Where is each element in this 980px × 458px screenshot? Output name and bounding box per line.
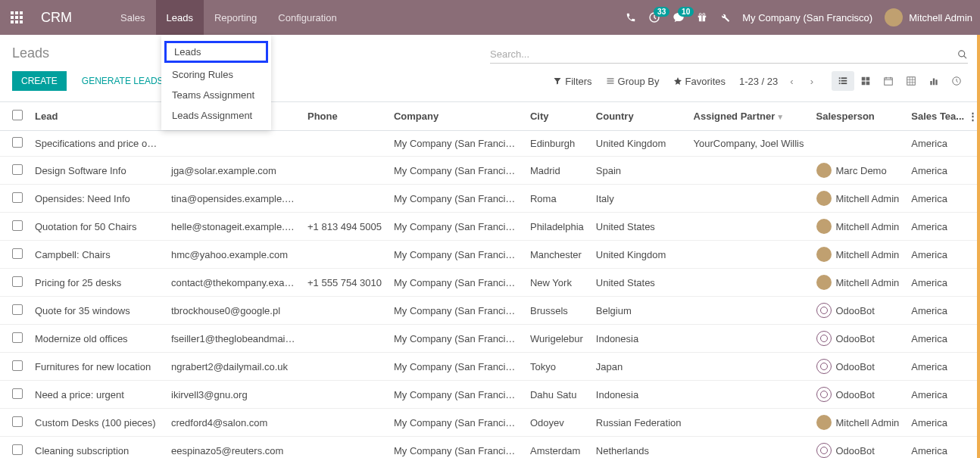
table-row[interactable]: Furnitures for new locationngrabert2@dai…: [0, 353, 980, 381]
search-box[interactable]: [490, 45, 968, 64]
table-row[interactable]: Cleaning subscriptioneespinazo5@reuters.…: [0, 437, 980, 459]
cell-phone: [301, 131, 388, 157]
apps-icon: [11, 11, 23, 23]
nav-reporting[interactable]: Reporting: [204, 0, 267, 35]
col-lead[interactable]: Lead: [29, 102, 165, 131]
col-phone[interactable]: Phone: [301, 102, 388, 131]
generate-leads-button[interactable]: GENERATE LEADS: [73, 71, 173, 91]
cell-phone: [301, 353, 388, 381]
row-checkbox[interactable]: [12, 388, 23, 399]
nav-sales[interactable]: Sales: [110, 0, 156, 35]
table-row[interactable]: Campbell: Chairshmc@yahoo.example.comMy …: [0, 241, 980, 269]
dropdown-teams-assignment[interactable]: Teams Assignment: [161, 85, 271, 105]
pager-next[interactable]: ›: [806, 74, 818, 89]
messages-button[interactable]: 10: [673, 11, 685, 23]
view-kanban[interactable]: [854, 71, 877, 91]
cell-city: Philadelphia: [524, 213, 590, 241]
company-selector[interactable]: My Company (San Francisco): [742, 12, 872, 23]
nav-leads[interactable]: Leads: [156, 0, 204, 35]
cell-lead: Design Software Info: [29, 157, 165, 185]
table-row[interactable]: Opensides: Need Infotina@opensides.examp…: [0, 185, 980, 213]
favorites-button[interactable]: Favorites: [673, 76, 726, 87]
row-checkbox[interactable]: [12, 220, 23, 231]
svg-rect-12: [702, 16, 703, 22]
table-row[interactable]: Specifications and price of y...My Compa…: [0, 131, 980, 157]
row-checkbox[interactable]: [12, 192, 23, 203]
col-country[interactable]: Country: [590, 102, 688, 131]
row-checkbox[interactable]: [12, 248, 23, 259]
brand[interactable]: CRM: [41, 10, 72, 26]
svg-rect-2: [20, 11, 23, 14]
row-checkbox[interactable]: [12, 332, 23, 343]
nav-menu: Sales Leads Reporting Configuration: [110, 0, 348, 35]
table-row[interactable]: Design Software Infojga@solar.example.co…: [0, 157, 980, 185]
view-pivot[interactable]: [900, 71, 922, 91]
col-salesperson[interactable]: Salesperson: [810, 102, 906, 131]
group-by-button[interactable]: Group By: [606, 76, 660, 87]
cell-email: fseiller1@theglobeandmail....: [165, 325, 301, 353]
svg-rect-18: [607, 81, 613, 82]
tools-button[interactable]: [719, 12, 730, 23]
table-row[interactable]: Need a price: urgentikirvell3@gnu.orgMy …: [0, 381, 980, 409]
salesperson-name: Mitchell Admin: [836, 249, 900, 260]
col-assigned-partner[interactable]: Assigned Partner▼: [688, 102, 810, 131]
graph-view-icon: [929, 76, 939, 86]
svg-rect-41: [935, 79, 937, 85]
row-checkbox[interactable]: [12, 276, 23, 287]
view-calendar[interactable]: [877, 71, 900, 91]
row-checkbox[interactable]: [12, 304, 23, 315]
col-sales-team[interactable]: Sales Tea...: [905, 102, 962, 131]
view-activity[interactable]: [945, 71, 968, 91]
cell-email: eespinazo5@reuters.com: [165, 437, 301, 459]
cell-partner: YourCompany, Joel Willis: [688, 131, 810, 157]
activity-button[interactable]: 33: [648, 11, 660, 23]
row-checkbox[interactable]: [12, 444, 23, 455]
row-checkbox[interactable]: [12, 416, 23, 427]
table-row[interactable]: Pricing for 25 deskscontact@thekompany.e…: [0, 269, 980, 297]
nav-right: 33 10 My Company (San Francisco) Mitchel…: [626, 8, 972, 26]
view-graph[interactable]: [922, 71, 945, 91]
cell-team: America: [905, 157, 962, 185]
row-checkbox[interactable]: [12, 164, 23, 175]
col-city[interactable]: City: [524, 102, 590, 131]
apps-button[interactable]: [8, 8, 26, 26]
cell-phone: [301, 185, 388, 213]
table-row[interactable]: Quote for 35 windowstbrockhouse0@google.…: [0, 297, 980, 325]
select-all-checkbox[interactable]: [12, 110, 23, 120]
table-row[interactable]: Quotation for 50 Chairshelle@stonageit.e…: [0, 213, 980, 241]
salesperson-avatar: [816, 219, 832, 234]
filters-button[interactable]: Filters: [553, 76, 591, 87]
svg-rect-19: [607, 83, 613, 84]
table-row[interactable]: Modernize old officesfseiller1@theglobea…: [0, 325, 980, 353]
user-menu[interactable]: Mitchell Admin: [885, 8, 972, 26]
row-checkbox[interactable]: [12, 360, 23, 371]
svg-line-16: [964, 55, 966, 58]
svg-point-15: [959, 50, 965, 56]
calendar-view-icon: [883, 76, 894, 86]
cell-phone: +1 555 754 3010: [301, 269, 388, 297]
svg-rect-29: [866, 82, 870, 86]
search-icon[interactable]: [957, 49, 968, 60]
cell-company: My Company (San Francisc...: [388, 131, 524, 157]
cell-team: America: [905, 325, 962, 353]
cell-team: America: [905, 213, 962, 241]
cell-salesperson: Mitchell Admin: [810, 213, 906, 241]
dropdown-leads-assignment[interactable]: Leads Assignment: [161, 105, 271, 126]
cell-email: credford4@salon.com: [165, 409, 301, 437]
right-edge-bar: [977, 35, 980, 458]
gift-button[interactable]: [697, 12, 707, 23]
dropdown-leads[interactable]: Leads: [164, 41, 268, 63]
table-row[interactable]: Custom Desks (100 pieces)credford4@salon…: [0, 409, 980, 437]
cell-country: Belgium: [590, 297, 688, 325]
row-checkbox[interactable]: [12, 137, 23, 148]
pager-prev[interactable]: ‹: [785, 74, 797, 89]
cell-lead: Custom Desks (100 pieces): [29, 409, 165, 437]
col-company[interactable]: Company: [388, 102, 524, 131]
phone-button[interactable]: [626, 12, 636, 23]
search-input[interactable]: [490, 48, 957, 60]
nav-configuration[interactable]: Configuration: [267, 0, 347, 35]
dropdown-scoring-rules[interactable]: Scoring Rules: [161, 64, 271, 85]
view-list[interactable]: [832, 71, 854, 91]
star-icon: [673, 76, 682, 86]
create-button[interactable]: CREATE: [12, 71, 67, 91]
